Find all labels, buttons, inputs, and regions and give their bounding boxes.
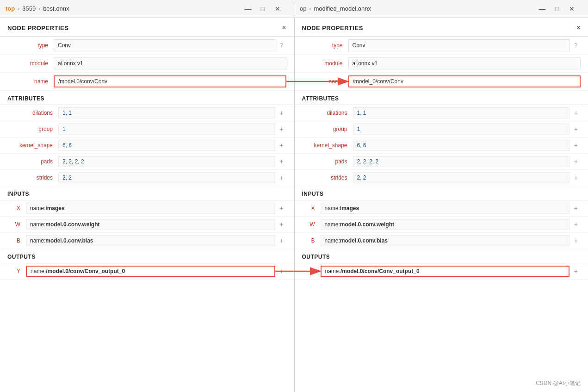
input-row: W name: model.0.conv.weight + (0, 217, 294, 233)
main-content: NODE PROPERTIES × type Conv ? module ai.… (0, 18, 588, 392)
output-plus-icon[interactable]: + (277, 268, 286, 275)
window-controls-left: — □ ✕ (241, 2, 288, 16)
name-label-right: name (302, 78, 348, 85)
attr-plus-icon[interactable]: + (277, 158, 286, 165)
attr-row-right: dilations 1, 1 + (295, 105, 588, 121)
inputs-header-left: INPUTS (0, 186, 294, 200)
minimize-btn-right[interactable]: — (535, 2, 549, 16)
input-plus-icon[interactable]: + (277, 237, 286, 244)
input-row-right: B name: model.0.conv.bias + (295, 233, 588, 249)
attr-plus-icon-right[interactable]: + (571, 158, 581, 165)
attr-plus-icon-right[interactable]: + (571, 109, 581, 117)
right-attributes: dilations 1, 1 + group 1 + kernel_shape … (295, 105, 588, 186)
close-btn-left[interactable]: ✕ (271, 2, 285, 16)
attr-row: pads 2, 2, 2, 2 + (0, 154, 294, 170)
attr-value-box: 2, 2, 2, 2 (58, 156, 275, 167)
attr-plus-icon-right[interactable]: + (571, 125, 581, 133)
right-panel-title: NODE PROPERTIES (302, 25, 363, 31)
maximize-btn-left[interactable]: □ (256, 2, 270, 16)
input-plus-icon-right[interactable]: + (571, 221, 581, 228)
type-help: ? (277, 42, 286, 49)
attr-plus-icon[interactable]: + (277, 142, 286, 149)
input-key-right: B (302, 237, 321, 244)
attr-label-right: kernel_shape (302, 142, 353, 149)
name-value-box-left: /model.0/conv/Conv (54, 75, 286, 87)
panels-wrapper: NODE PROPERTIES × type Conv ? module ai.… (0, 18, 588, 392)
attr-value-box-right: 6, 6 (353, 140, 570, 151)
input-row: X name: images + (0, 200, 294, 217)
input-value-box-right: name: images (321, 203, 570, 214)
attr-label-right: group (302, 126, 353, 132)
attr-value-box: 1, 1 (58, 107, 275, 118)
attr-label: strides (7, 174, 58, 181)
right-outputs: Y name: /model.0/conv/Conv_output_0 + (295, 263, 588, 280)
breadcrumb-op: op (300, 5, 306, 12)
attributes-header-right: ATTRIBUTES (295, 91, 588, 105)
output-row-left: Y name: /model.0/conv/Conv_output_0 + (0, 263, 294, 280)
attr-label: kernel_shape (7, 142, 58, 149)
input-row: B name: model.0.conv.bias + (0, 233, 294, 249)
attr-row-right: kernel_shape 6, 6 + (295, 137, 588, 154)
input-plus-icon-right[interactable]: + (571, 237, 581, 244)
attr-plus-icon-right[interactable]: + (571, 142, 581, 149)
watermark: CSDN @AI小笔记 (536, 380, 581, 387)
module-value-box-right: ai.onnx v1 (348, 57, 581, 69)
module-label: module (7, 60, 54, 67)
left-panel-title: NODE PROPERTIES (7, 25, 68, 31)
input-plus-icon-right[interactable]: + (571, 205, 581, 212)
name-value-left: /model.0/conv/Conv (58, 78, 107, 85)
minimize-btn-left[interactable]: — (241, 2, 255, 16)
left-panel-header: NODE PROPERTIES × (0, 18, 294, 36)
attr-value-box-right: 2, 2, 2, 2 (353, 156, 570, 167)
breadcrumb-top[interactable]: top (6, 5, 15, 12)
type-help-right: ? (571, 42, 581, 49)
module-row-right: module ai.onnx v1 (295, 55, 588, 73)
left-inputs: X name: images + W name: model.0.conv.we… (0, 200, 294, 249)
input-key-right: W (302, 221, 321, 228)
output-key-left: Y (7, 268, 26, 274)
attr-value-box: 2, 2 (58, 172, 275, 183)
input-key: X (7, 205, 26, 212)
input-key: B (7, 237, 26, 244)
name-row-right: name /model_0/conv/Conv (295, 73, 588, 91)
attr-label-right: pads (302, 158, 353, 165)
name-label-left: name (7, 78, 54, 85)
attr-plus-icon[interactable]: + (277, 174, 286, 181)
left-outputs: Y name: /model.0/conv/Conv_output_0 + (0, 263, 294, 280)
left-panel-close[interactable]: × (282, 24, 286, 31)
attr-plus-icon[interactable]: + (277, 125, 286, 133)
attr-plus-icon[interactable]: + (277, 109, 286, 117)
attr-value-box-right: 1, 1 (353, 107, 570, 118)
left-panel: NODE PROPERTIES × type Conv ? module ai.… (0, 18, 295, 392)
input-plus-icon[interactable]: + (277, 205, 286, 212)
input-row-right: X name: images + (295, 200, 588, 217)
attr-row: strides 2, 2 + (0, 170, 294, 186)
attr-value-box-right: 1 (353, 124, 570, 135)
title-bar-right: op › modified_model.onnx — □ ✕ (294, 2, 588, 16)
output-row-right: Y name: /model.0/conv/Conv_output_0 + (295, 263, 588, 280)
left-attributes: dilations 1, 1 + group 1 + kernel_shape … (0, 105, 294, 186)
input-key-right: X (302, 205, 321, 212)
type-row: type Conv ? (0, 37, 294, 55)
right-panel: NODE PROPERTIES × type Conv ? module ai.… (295, 18, 588, 392)
attr-label: group (7, 126, 58, 132)
close-btn-right[interactable]: ✕ (565, 2, 579, 16)
name-row-left: name /model.0/conv/Conv (0, 73, 294, 91)
attr-plus-icon-right[interactable]: + (571, 174, 581, 181)
name-value-box-right: /model_0/conv/Conv (348, 75, 581, 87)
right-panel-close[interactable]: × (576, 24, 581, 31)
right-inputs: X name: images + W name: model.0.conv.we… (295, 200, 588, 249)
attr-label: dilations (7, 110, 58, 116)
maximize-btn-right[interactable]: □ (550, 2, 564, 16)
input-value-box-right: name: model.0.conv.bias (321, 235, 570, 246)
sep2: › (38, 6, 40, 12)
type-value-box: Conv (54, 39, 275, 51)
attr-row: group 1 + (0, 121, 294, 137)
input-value-box-right: name: model.0.conv.weight (321, 219, 570, 230)
input-plus-icon[interactable]: + (277, 221, 286, 228)
input-key: W (7, 221, 26, 228)
output-plus-icon-right[interactable]: + (571, 268, 581, 275)
module-label-right: module (302, 60, 348, 67)
attr-row: kernel_shape 6, 6 + (0, 137, 294, 154)
output-value-box-left: name: /model.0/conv/Conv_output_0 (26, 266, 275, 277)
